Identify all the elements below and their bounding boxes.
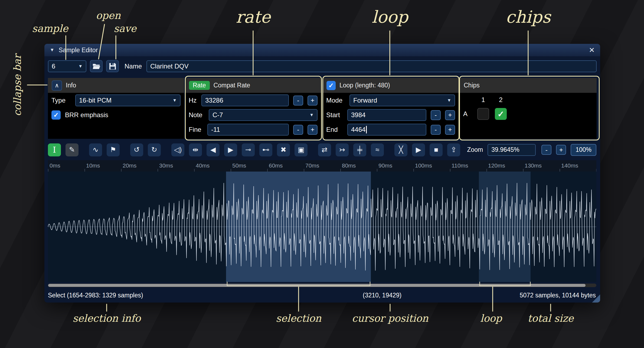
waveform-plot bbox=[48, 172, 596, 282]
brr-emphasis-checkbox[interactable]: ✓ bbox=[51, 110, 61, 120]
ruler-label: 140ms bbox=[561, 162, 578, 169]
wave-flag-button[interactable]: ⚑ bbox=[107, 143, 120, 156]
ruler-label: 100ms bbox=[415, 162, 432, 169]
ruler-tick bbox=[450, 169, 450, 172]
nudge-right-button[interactable]: ▶ bbox=[224, 143, 237, 156]
name-value: Clarinet DQV bbox=[150, 63, 188, 70]
info-panel-header: ∧ Info bbox=[48, 78, 184, 93]
horizontal-scrollbar[interactable] bbox=[48, 284, 596, 287]
total-size-text: 5072 samples, 10144 bytes bbox=[520, 288, 596, 303]
check-icon: ✓ bbox=[53, 111, 59, 119]
annotation-rate: rate bbox=[236, 7, 270, 27]
ruler-tick bbox=[340, 169, 341, 172]
ruler-label: 50ms bbox=[232, 162, 246, 169]
collapse-triangle-icon[interactable]: ▼ bbox=[50, 47, 54, 53]
chevron-down-icon: ▼ bbox=[172, 98, 177, 103]
type-select[interactable]: 16-bit PCM ▼ bbox=[75, 94, 181, 106]
ruler-tick bbox=[267, 169, 268, 172]
resize-handle[interactable] bbox=[592, 294, 600, 303]
stop-button[interactable]: ■ bbox=[430, 143, 443, 156]
nudge-left-button[interactable]: ◀ bbox=[207, 143, 220, 156]
ruler-label: 90ms bbox=[378, 162, 392, 169]
ruler-tick bbox=[194, 169, 195, 172]
ruler-label: 130ms bbox=[525, 162, 542, 169]
folder-icon bbox=[92, 63, 100, 70]
wave-marker-button[interactable]: ∿ bbox=[89, 143, 102, 156]
ruler-label: 120ms bbox=[488, 162, 505, 169]
ruler-label: 0ms bbox=[50, 162, 60, 169]
titlebar[interactable]: ▼ Sample Editor ✕ bbox=[44, 44, 600, 56]
ruler-tick bbox=[158, 169, 158, 172]
selection-start-button[interactable]: ⊸ bbox=[242, 143, 255, 156]
zoom-label: Zoom bbox=[467, 146, 483, 153]
draw-tool-button[interactable]: ✎ bbox=[66, 143, 79, 156]
collapse-bar-button[interactable]: ∧ bbox=[52, 80, 62, 91]
annotation-cursor-position: cursor position bbox=[352, 313, 429, 324]
annotation-loop: loop bbox=[372, 7, 408, 27]
ruler-tick bbox=[560, 169, 560, 172]
ruler[interactable]: 0ms10ms20ms30ms40ms50ms60ms70ms80ms90ms1… bbox=[48, 160, 596, 172]
ruler-label: 20ms bbox=[123, 162, 136, 169]
ruler-label: 30ms bbox=[159, 162, 173, 169]
selection-info-text: Select (1654-2983: 1329 samples) bbox=[48, 288, 143, 303]
sample-number-value: 6 bbox=[52, 63, 55, 70]
annotation-selection: selection bbox=[276, 313, 321, 324]
select-tool-button[interactable]: I bbox=[48, 143, 61, 156]
annotation-total-size: total size bbox=[528, 313, 574, 324]
name-input[interactable]: Clarinet DQV bbox=[146, 60, 597, 72]
zoom-out-button[interactable]: - bbox=[541, 145, 551, 155]
volume-button[interactable]: ◁) bbox=[171, 143, 184, 156]
pan-view-button[interactable]: ⇹ bbox=[189, 143, 202, 156]
ruler-tick bbox=[84, 169, 85, 172]
ruler-label: 40ms bbox=[196, 162, 210, 169]
ruler-label: 60ms bbox=[269, 162, 283, 169]
cursor-position-text: (3210, 19429) bbox=[363, 288, 401, 303]
delete-button[interactable]: ✖ bbox=[277, 143, 290, 156]
ruler-label: 70ms bbox=[305, 162, 319, 169]
zoom-in-button[interactable]: + bbox=[556, 145, 566, 155]
insert-silence-button[interactable]: ╪ bbox=[353, 143, 366, 156]
crossfade-button[interactable]: ╳ bbox=[394, 143, 407, 156]
info-panel: ∧ Info Type 16-bit PCM ▼ ✓ BRR emphasis bbox=[48, 78, 184, 139]
info-panel-title: Info bbox=[66, 82, 76, 89]
brr-emphasis-label: BRR emphasis bbox=[65, 111, 108, 119]
name-row: 6 ▼ Name Clarinet DQV bbox=[44, 56, 600, 76]
ruler-label: 80ms bbox=[342, 162, 356, 169]
undo-button[interactable]: ↺ bbox=[130, 143, 143, 156]
status-bar: Select (1654-2983: 1329 samples) (3210, … bbox=[44, 288, 600, 303]
crop-button[interactable]: ▣ bbox=[295, 143, 308, 156]
ruler-tick bbox=[231, 169, 231, 172]
annotation-outline-chips bbox=[459, 76, 600, 140]
resample-button[interactable]: ≈ bbox=[371, 143, 384, 156]
redo-button[interactable]: ↻ bbox=[148, 143, 161, 156]
type-value: 16-bit PCM bbox=[79, 97, 112, 104]
annotation-chips: chips bbox=[506, 7, 551, 27]
annotation-loop-bottom: loop bbox=[480, 313, 502, 324]
open-button[interactable] bbox=[90, 60, 103, 72]
reverse-button[interactable]: ⇄ bbox=[318, 143, 331, 156]
ruler-label: 110ms bbox=[452, 162, 468, 169]
zoom-reset-button[interactable]: 100% bbox=[571, 144, 596, 156]
toolbar: I✎∿⚑↺↻◁)⇹◀▶⊸⊷✖▣⇄↣╪≈╳▶■⇪Zoom 39.9645% - +… bbox=[48, 142, 596, 157]
ruler-tick bbox=[596, 169, 596, 172]
annotation-selection-info: selection info bbox=[73, 313, 141, 324]
ruler-tick bbox=[377, 169, 377, 172]
shift-sample-button[interactable]: ↣ bbox=[336, 143, 349, 156]
chevron-down-icon: ▼ bbox=[78, 64, 83, 69]
name-label: Name bbox=[125, 63, 142, 70]
save-button[interactable] bbox=[106, 60, 119, 72]
selection-end-button[interactable]: ⊷ bbox=[259, 143, 272, 156]
window-title: Sample Editor bbox=[59, 47, 98, 54]
close-icon[interactable]: ✕ bbox=[589, 46, 595, 54]
zoom-value: 39.9645% bbox=[491, 146, 519, 153]
play-button[interactable]: ▶ bbox=[412, 143, 425, 156]
ruler-tick bbox=[48, 169, 48, 172]
sample-number-select[interactable]: 6 ▼ bbox=[48, 60, 86, 72]
scrollbar-thumb[interactable] bbox=[48, 284, 586, 287]
waveform-view[interactable] bbox=[48, 172, 596, 282]
zoom-input[interactable]: 39.9645% bbox=[488, 144, 536, 156]
annotation-collapse-bar: collapse bar bbox=[12, 54, 23, 116]
export-button[interactable]: ⇪ bbox=[447, 143, 460, 156]
ruler-label: 10ms bbox=[86, 162, 100, 169]
ruler-tick bbox=[486, 169, 487, 172]
